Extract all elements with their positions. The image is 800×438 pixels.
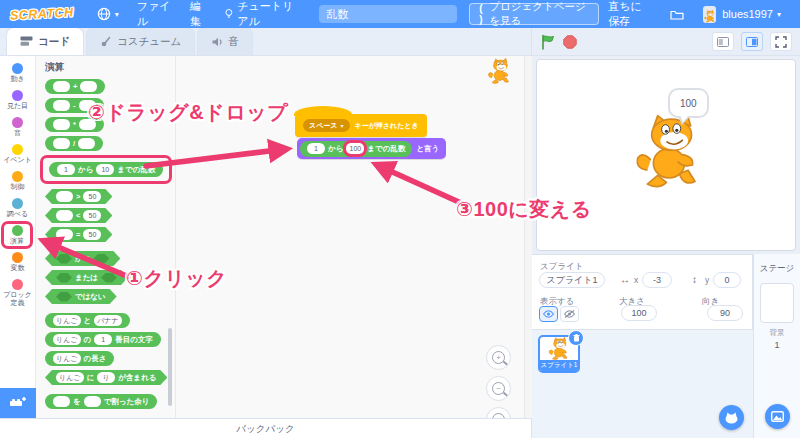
block-empty-input[interactable] (53, 119, 70, 130)
block-empty-input[interactable] (56, 210, 73, 221)
avatar[interactable] (703, 6, 716, 23)
show-sprite-button[interactable] (539, 306, 558, 322)
block-text-input[interactable]: バナナ (94, 315, 122, 326)
block-number-input[interactable]: 50 (83, 210, 101, 221)
sprite-name-input[interactable]: スプライト1 (539, 272, 605, 288)
block-empty-input[interactable] (78, 138, 95, 149)
tab-sounds[interactable]: 音 (197, 27, 253, 55)
tutorials-menu[interactable]: チュートリアル (216, 0, 307, 28)
green-flag-button[interactable] (540, 34, 556, 50)
key-dropdown[interactable]: スペース ▾ (303, 119, 350, 132)
palette-block[interactable]: / (45, 136, 103, 151)
block-empty-input[interactable] (53, 81, 70, 92)
palette-block[interactable]: をで割った余り (45, 394, 157, 409)
block-number-input[interactable]: 50 (83, 229, 101, 240)
block-number-input[interactable]: 1 (94, 334, 112, 345)
large-stage-button[interactable] (741, 32, 763, 51)
sprite-card-selected[interactable]: スプライト1 (538, 335, 580, 373)
language-selector[interactable]: ▾ (88, 0, 128, 28)
zoom-out-button[interactable]: − (486, 376, 511, 401)
block-boolean-input[interactable] (101, 273, 117, 283)
see-project-page-button[interactable]: ( ) プロジェクトページを見る (469, 3, 599, 25)
save-now-button[interactable]: 直ちに保存 (599, 0, 661, 28)
category-変数[interactable]: 変数 (0, 250, 35, 274)
block-text-input[interactable]: り (97, 372, 115, 383)
tab-code[interactable]: コード (6, 27, 84, 55)
add-backdrop-button[interactable] (765, 404, 790, 429)
category-見た目[interactable]: 見た目 (0, 88, 35, 112)
direction-input[interactable]: 90 (707, 305, 743, 321)
block-empty-input[interactable] (56, 229, 73, 240)
random-to-input[interactable]: 100 (346, 143, 364, 154)
palette-block[interactable]: =50 (45, 227, 112, 242)
block-boolean-input[interactable] (56, 254, 72, 264)
block-boolean-input[interactable] (93, 254, 109, 264)
palette-block[interactable]: + (45, 79, 105, 94)
hat-block-label: キーが押されたとき (355, 121, 419, 131)
category-制御[interactable]: 制御 (0, 169, 35, 193)
account-menu[interactable]: blues1997 ▾ (722, 0, 790, 28)
hide-sprite-button[interactable] (560, 306, 579, 322)
block-number-input[interactable]: 10 (96, 164, 114, 175)
file-menu[interactable]: ファイル (128, 0, 181, 28)
random-number-block[interactable]: 1 から 100 までの乱数 (300, 141, 412, 157)
palette-block[interactable]: りんごにりが含まれる (45, 370, 167, 385)
my-stuff-button[interactable] (661, 0, 693, 28)
palette-block[interactable]: 1から10までの乱数 (49, 162, 163, 177)
fullscreen-button[interactable] (770, 32, 792, 51)
palette-block[interactable]: りんごとバナナ (45, 313, 130, 328)
category-ブロック定義[interactable]: ブロック定義 (0, 277, 35, 309)
block-boolean-input[interactable] (56, 292, 72, 302)
script-scrollbar-track[interactable] (524, 56, 532, 418)
category-演算[interactable]: 演算 (1, 221, 33, 249)
block-number-input[interactable]: 1 (57, 164, 75, 175)
block-text-input[interactable]: りんご (56, 372, 84, 383)
delete-sprite-button[interactable] (568, 330, 584, 346)
palette-block[interactable]: りんごの1番目の文字 (45, 332, 161, 347)
x-input[interactable]: -3 (642, 272, 672, 288)
block-boolean-input[interactable] (56, 273, 72, 283)
random-from-input[interactable]: 1 (307, 143, 325, 154)
palette-block[interactable]: かつ (45, 251, 120, 266)
cat-sprite[interactable] (630, 113, 708, 191)
block-text-input[interactable]: りんご (53, 353, 81, 364)
category-動き[interactable]: 動き (0, 61, 35, 85)
category-調べる[interactable]: 調べる (0, 196, 35, 220)
block-empty-input[interactable] (80, 81, 97, 92)
palette-header: 演算 (45, 61, 175, 74)
large-stage-icon (746, 37, 758, 47)
block-empty-input[interactable] (84, 396, 101, 407)
block-empty-input[interactable] (56, 191, 73, 202)
palette-block[interactable]: >50 (45, 189, 112, 204)
category-イベント[interactable]: イベント (0, 142, 35, 166)
lightbulb-icon (225, 7, 233, 21)
y-input[interactable]: 0 (713, 272, 741, 288)
palette-block[interactable]: または (45, 270, 128, 285)
block-text-input[interactable]: りんご (53, 334, 81, 345)
when-key-pressed-block[interactable]: スペース ▾ キーが押されたとき (295, 114, 427, 137)
project-name-input[interactable] (319, 5, 457, 23)
zoom-in-button[interactable]: + (486, 345, 511, 370)
block-text-input[interactable]: りんご (53, 315, 81, 326)
add-extension-button[interactable] (0, 388, 36, 418)
small-stage-button[interactable] (712, 32, 734, 51)
add-sprite-button[interactable] (719, 405, 744, 430)
block-empty-input[interactable] (53, 100, 70, 111)
stage-selector-pane[interactable]: ステージ 背景 1 (753, 254, 800, 438)
stop-button[interactable] (563, 35, 577, 49)
backpack-bar[interactable]: バックパック (0, 418, 531, 438)
backdrop-thumbnail[interactable] (760, 283, 794, 323)
palette-block[interactable]: <50 (45, 208, 112, 223)
block-empty-input[interactable] (53, 396, 70, 407)
block-number-input[interactable]: 50 (83, 191, 101, 202)
size-input[interactable]: 100 (621, 305, 657, 321)
tab-costumes[interactable]: コスチューム (86, 27, 195, 55)
edit-menu[interactable]: 編集 (181, 0, 216, 28)
say-block[interactable]: 1 から 100 までの乱数 と言う (297, 138, 446, 159)
category-音[interactable]: 音 (0, 115, 35, 139)
palette-block[interactable]: りんごの長さ (45, 351, 114, 366)
block-empty-input[interactable] (53, 138, 70, 149)
palette-block[interactable]: ではない (45, 289, 117, 304)
palette-scrollbar[interactable] (168, 328, 172, 406)
scratch-logo[interactable]: SCRATCH (10, 5, 74, 22)
